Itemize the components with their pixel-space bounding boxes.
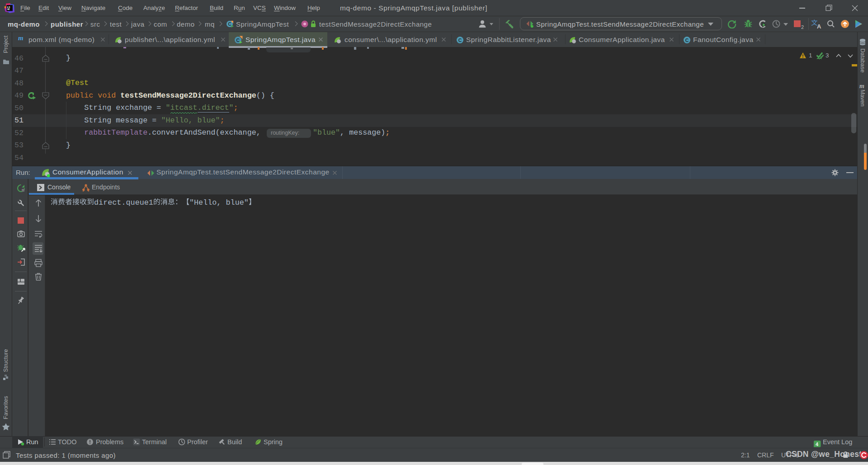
svg-text:C: C — [685, 38, 689, 43]
svg-text:C: C — [228, 22, 231, 27]
svg-text:C: C — [458, 38, 462, 43]
svg-text:A: A — [817, 23, 821, 29]
svg-text:4: 4 — [816, 442, 819, 447]
svg-text:IJ: IJ — [7, 5, 10, 9]
svg-text:C: C — [236, 38, 240, 43]
